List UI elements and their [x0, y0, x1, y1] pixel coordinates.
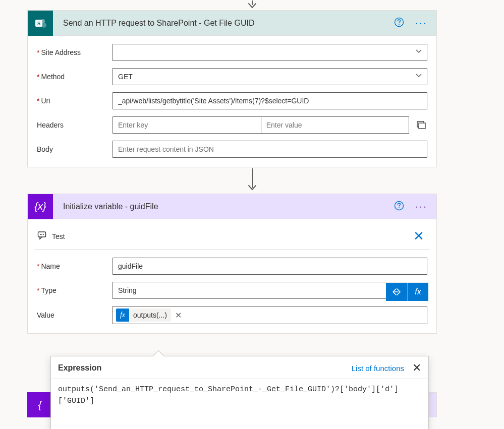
- card-body: *Site Address *Method *Uri: [28, 36, 436, 167]
- label-type: *Type: [37, 286, 113, 294]
- method-input[interactable]: [113, 68, 427, 85]
- card-body: Test ✕ *Name *Type: [28, 219, 436, 333]
- card-title: Initialize variable - guidFile: [53, 202, 394, 211]
- label-body: Body: [37, 145, 113, 153]
- fx-badge-icon: fx: [116, 309, 129, 322]
- remove-token-icon[interactable]: ✕: [173, 311, 184, 320]
- variable-value-input[interactable]: fx outputs(...) ✕: [113, 306, 427, 324]
- label-site-address: *Site Address: [37, 48, 113, 56]
- svg-text:S: S: [37, 20, 40, 26]
- comment-icon: [37, 230, 47, 242]
- card-title: Send an HTTP request to SharePoint - Get…: [53, 19, 394, 28]
- svg-point-2: [41, 19, 45, 23]
- help-icon[interactable]: [394, 17, 404, 29]
- variable-icon: {x}: [28, 194, 53, 219]
- svg-point-9: [399, 207, 400, 208]
- switch-to-text-mode-icon[interactable]: [415, 119, 427, 131]
- list-of-functions-link[interactable]: List of functions: [352, 364, 404, 373]
- label-method: *Method: [37, 73, 113, 81]
- svg-point-3: [41, 23, 46, 28]
- action-card-sharepoint-http: S Send an HTTP request to SharePoint - G…: [27, 10, 437, 167]
- label-uri: *Uri: [37, 97, 113, 105]
- close-test-icon[interactable]: ✕: [410, 228, 427, 244]
- variable-name-input[interactable]: [113, 258, 427, 275]
- card-header[interactable]: {x} Initialize variable - guidFile ···: [28, 194, 436, 219]
- label-name: *Name: [37, 262, 113, 270]
- popup-title: Expression: [58, 363, 101, 373]
- label-value: Value: [37, 311, 113, 319]
- uri-input[interactable]: [113, 92, 427, 109]
- flow-arrow: [0, 167, 504, 194]
- svg-point-13: [43, 234, 44, 235]
- expression-token-text: outputs(...): [129, 311, 171, 319]
- svg-point-5: [399, 24, 400, 25]
- card-header[interactable]: S Send an HTTP request to SharePoint - G…: [28, 11, 436, 36]
- expression-editor-popup: Expression List of functions ✕: [50, 356, 429, 429]
- help-icon[interactable]: [394, 201, 404, 213]
- expression-token[interactable]: fx outputs(...): [116, 309, 171, 322]
- label-headers: Headers: [37, 121, 113, 129]
- svg-point-12: [41, 234, 42, 235]
- header-key-input[interactable]: [113, 116, 261, 134]
- test-label: Test: [52, 232, 65, 240]
- expression-textarea[interactable]: [51, 379, 428, 429]
- variable-icon: {: [27, 392, 52, 417]
- variable-type-input[interactable]: [113, 282, 427, 299]
- close-popup-icon[interactable]: ✕: [412, 361, 421, 375]
- expression-button[interactable]: fx: [407, 283, 428, 301]
- header-value-input[interactable]: [261, 116, 409, 134]
- site-address-input[interactable]: [113, 44, 427, 61]
- action-card-initialize-variable: {x} Initialize variable - guidFile ··· T…: [27, 194, 437, 334]
- svg-point-11: [40, 234, 41, 235]
- dynamic-content-button[interactable]: [386, 283, 407, 301]
- flow-arrow-top: [0, 0, 504, 10]
- sharepoint-icon: S: [28, 11, 53, 36]
- svg-rect-7: [419, 123, 425, 129]
- card-menu-button[interactable]: ···: [412, 200, 430, 213]
- body-input[interactable]: [113, 141, 427, 158]
- card-menu-button[interactable]: ···: [412, 17, 430, 30]
- dynamic-content-toolbar: fx: [386, 283, 428, 301]
